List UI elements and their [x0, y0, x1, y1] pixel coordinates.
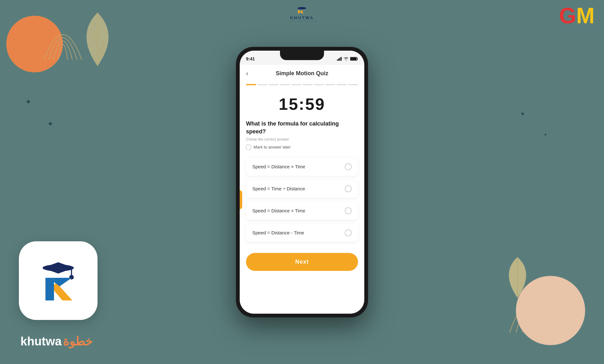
option-item-2[interactable]: Speed = Time ÷ Distance [246, 180, 358, 198]
option-item-4[interactable]: Speed = Distance - Time [246, 224, 358, 242]
svg-rect-9 [341, 57, 342, 61]
deco-leaf-tl [69, 9, 126, 72]
progress-seg-8 [325, 84, 335, 85]
svg-rect-8 [339, 58, 340, 61]
mark-later-checkbox[interactable] [246, 145, 251, 150]
option-radio-1[interactable] [345, 163, 352, 170]
progress-seg-3 [269, 84, 279, 85]
app-icon [19, 241, 98, 320]
phone-outer: 9:41 [236, 47, 368, 317]
deco-star-tr: ✦ [520, 110, 525, 118]
option-radio-4[interactable] [345, 229, 352, 236]
status-time: 9:41 [246, 56, 255, 61]
deco-peach-circle [516, 276, 585, 345]
option-text-4: Speed = Distance - Time [252, 230, 304, 235]
progress-seg-1 [246, 84, 256, 85]
question-section: What is the formula for calculating spee… [240, 120, 364, 153]
option-text-1: Speed = Distance × Time [252, 164, 305, 169]
gm-m: M [576, 3, 595, 28]
progress-seg-7 [314, 84, 324, 85]
phone-content: ‹ Simple Motion Quiz [240, 65, 364, 314]
option-text-3: Speed = Distance + Time [252, 208, 305, 213]
wifi-icon [344, 57, 349, 61]
options-list: Speed = Distance × Time Speed = Time ÷ D… [240, 153, 364, 247]
deco-arch-lines-tl [31, 3, 94, 66]
question-text: What is the formula for calculating spee… [246, 120, 358, 136]
progress-seg-6 [303, 84, 313, 85]
khutwa-top-logo: KHUTWA E-LEARNING PLATFORM [286, 6, 318, 22]
option-radio-3[interactable] [345, 207, 352, 214]
option-item-3[interactable]: Speed = Distance + Time [246, 202, 358, 220]
progress-seg-5 [291, 84, 301, 85]
question-instruction: Chose the correct answer [246, 137, 358, 142]
option-radio-2[interactable] [345, 185, 352, 192]
svg-marker-5 [297, 7, 306, 9]
progress-bar [240, 82, 364, 90]
deco-orange-circle [6, 16, 63, 72]
battery-icon [350, 57, 358, 61]
progress-seg-2 [257, 84, 267, 85]
progress-seg-9 [337, 84, 347, 85]
phone-mockup: 9:41 [236, 47, 368, 317]
quiz-title: Simple Motion Quiz [276, 70, 328, 77]
option-text-2: Speed = Time ÷ Distance [252, 186, 305, 191]
status-icons [337, 57, 358, 61]
mark-later-row[interactable]: Mark to answer later [246, 145, 358, 150]
signal-icon [337, 57, 342, 61]
phone-notch [280, 51, 324, 60]
brand-name: khutwa خطوة [20, 334, 92, 348]
timer-display: 15:59 [279, 95, 325, 113]
progress-seg-4 [280, 84, 290, 85]
next-btn-container: Next [240, 248, 364, 279]
next-button[interactable]: Next [246, 253, 358, 271]
svg-rect-6 [337, 59, 338, 61]
back-button[interactable]: ‹ [246, 70, 248, 78]
svg-marker-1 [43, 262, 74, 274]
svg-rect-11 [350, 58, 356, 60]
deco-star-tr2: ✦ [544, 132, 547, 137]
orange-accent [240, 190, 242, 209]
gm-g: G [559, 3, 576, 28]
progress-seg-10 [348, 84, 358, 85]
option-item-1[interactable]: Speed = Distance × Time [246, 158, 358, 176]
quiz-header: ‹ Simple Motion Quiz [240, 65, 364, 82]
timer-section: 15:59 [240, 90, 364, 120]
khutwa-logo-sub: E-LEARNING PLATFORM [286, 20, 318, 22]
deco-star-2: ✦ [47, 120, 53, 128]
deco-star-1: ✦ [25, 98, 31, 106]
deco-leaf-br [494, 254, 541, 301]
phone-inner: 9:41 [240, 51, 364, 314]
khutwa-logo-text: KHUTWA [286, 15, 318, 20]
svg-rect-7 [338, 59, 339, 61]
mark-later-label: Mark to answer later [254, 145, 291, 149]
deco-arch-lines-br [500, 244, 563, 339]
gm-logo: GM [559, 5, 595, 27]
